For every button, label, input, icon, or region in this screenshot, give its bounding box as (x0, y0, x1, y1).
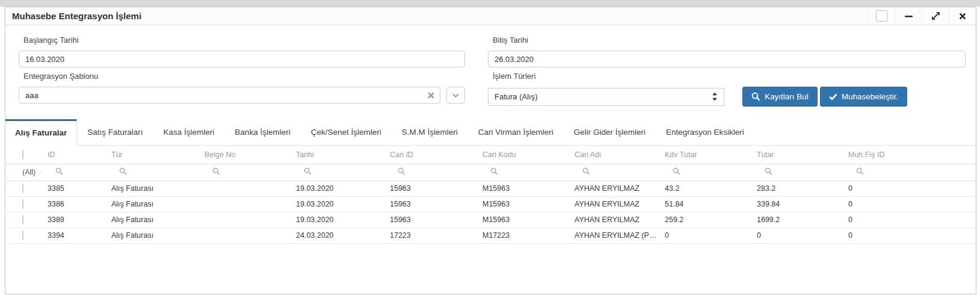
start-date-input[interactable]: 16.03.2020 (19, 51, 465, 67)
checkbox-filter-dropdown[interactable]: (All) (21, 168, 40, 176)
table-row[interactable]: 3385 Alış Faturası 19.03.2020 15963 M159… (5, 181, 976, 196)
column-header-id[interactable]: ID (43, 146, 106, 164)
column-header-cari-kodu[interactable]: Cari Kodu (478, 146, 570, 164)
cell-tutar: 0 (752, 228, 843, 243)
cell-tarihi: 19.03.2020 (291, 181, 385, 196)
column-header-cari-adi[interactable]: Cari Adı (570, 146, 660, 164)
end-date-label: Bitiş Tarihi (488, 31, 975, 51)
tab-banka-islemleri[interactable]: Banka İşlemleri (224, 119, 300, 145)
page-background-band (0, 0, 980, 7)
filter-search-icon-kdv-tutar[interactable] (673, 167, 680, 175)
types-select[interactable]: Fatura (Alış) (488, 88, 724, 106)
close-button[interactable] (949, 7, 976, 25)
template-input[interactable]: aaa (19, 87, 440, 104)
invoice-grid: ID Tür Belge No Tarihi Cari ID Cari Kodu… (5, 146, 976, 244)
window-title: Muhasebe Entegrasyon İşlemi (5, 11, 141, 21)
minimize-button[interactable] (895, 7, 922, 25)
chevron-down-icon (452, 93, 459, 98)
grid-filter-row: (All) (5, 164, 976, 181)
post-to-accounting-label: Muhasebeleştir. (842, 92, 899, 101)
column-header-kdv-tutar[interactable]: Kdv Tutar (660, 146, 752, 164)
close-icon (959, 13, 966, 20)
cell-tarihi: 24.03.2020 (291, 228, 385, 243)
filter-search-icon-tur[interactable] (119, 167, 127, 175)
cell-kdv-tutar: 43.2 (660, 181, 752, 196)
cell-belge-no (200, 228, 291, 243)
post-to-accounting-button[interactable]: Muhasebeleştir. (820, 87, 908, 107)
tab-kasa-islemleri[interactable]: Kasa İşlemleri (153, 119, 225, 145)
cell-cari-kodu: M15963 (478, 181, 570, 196)
cell-belge-no (200, 181, 291, 196)
end-date-input[interactable]: 26.03.2020 (488, 51, 966, 67)
filter-search-icon-belge-no[interactable] (212, 167, 220, 175)
cell-muh-fis-id: 0 (843, 228, 976, 243)
cell-cari-adi: AYHAN ERYILMAZ (570, 212, 660, 228)
tab-alis-faturalar[interactable]: Alış Faturalar (5, 119, 77, 146)
tab-smm-islemleri[interactable]: S.M.M İşlemleri (392, 119, 468, 145)
template-value: aaa (25, 91, 39, 100)
cell-muh-fis-id: 0 (843, 196, 976, 212)
column-header-tutar[interactable]: Tutar (752, 146, 843, 164)
cell-id: 3385 (43, 181, 106, 196)
caret-down-icon (42, 171, 43, 174)
row-checkbox[interactable] (22, 231, 23, 240)
template-dropdown-button[interactable] (446, 87, 465, 104)
select-all-checkbox[interactable] (22, 150, 23, 160)
filter-form: Başlangıç Tarihi 16.03.2020 Entegrasyon … (5, 25, 976, 107)
table-row[interactable]: 3386 Alış Faturası 19.03.2020 15963 M159… (5, 196, 976, 212)
column-header-muh-fis-id[interactable]: Muh.Fiş ID (843, 146, 976, 164)
tab-satis-faturalari[interactable]: Satış Faturaları (77, 119, 153, 145)
filter-search-icon-muh-fis-id[interactable] (856, 167, 864, 175)
tab-cek-senet-islemleri[interactable]: Çek/Senet İşlemleri (301, 119, 392, 145)
column-header-cari-id[interactable]: Cari ID (385, 146, 478, 164)
find-records-button[interactable]: Kayıtları Bul (742, 87, 818, 107)
row-checkbox[interactable] (22, 199, 23, 209)
cell-tarihi: 19.03.2020 (291, 212, 385, 228)
start-date-label: Başlangıç Tarihi (19, 31, 465, 51)
cell-tutar: 283.2 (752, 181, 843, 196)
cell-cari-id: 15963 (385, 212, 478, 228)
cell-belge-no (200, 196, 291, 212)
cell-cari-id: 17223 (385, 228, 478, 243)
cell-cari-kodu: M15963 (478, 196, 570, 212)
clear-icon[interactable] (428, 92, 434, 99)
cell-cari-adi: AYHAN ERYILMAZ (570, 196, 660, 212)
end-date-value: 26.03.2020 (495, 55, 534, 64)
cell-muh-fis-id: 0 (843, 212, 976, 228)
cell-cari-kodu: M17223 (478, 228, 570, 243)
cell-id: 3386 (43, 196, 106, 212)
row-checkbox[interactable] (22, 184, 23, 193)
minimize-icon (905, 14, 913, 17)
maximize-button[interactable] (922, 7, 949, 25)
table-row[interactable]: 3389 Alış Faturası 19.03.2020 15963 M159… (5, 212, 976, 228)
filter-search-icon-tutar[interactable] (765, 167, 772, 175)
filter-search-icon-cari-kodu[interactable] (490, 167, 498, 175)
column-header-tur[interactable]: Tür (106, 146, 200, 164)
cell-tur: Alış Faturası (106, 181, 200, 196)
filter-search-icon-id[interactable] (55, 167, 63, 175)
cell-kdv-tutar: 51.84 (660, 196, 752, 212)
cell-id: 3389 (43, 212, 106, 228)
filter-search-icon-tarihi[interactable] (304, 167, 312, 175)
tab-gelir-gider-islemleri[interactable]: Gelir Gider İşlemleri (564, 119, 656, 145)
cell-kdv-tutar: 0 (660, 228, 752, 243)
types-label: İşlem Türleri (488, 67, 975, 87)
tab-cari-virman-islemleri[interactable]: Cari Virman İşlemleri (468, 119, 564, 145)
search-icon (751, 92, 760, 101)
filter-search-icon-cari-id[interactable] (398, 167, 405, 175)
window-controls (868, 7, 976, 25)
cell-cari-id: 15963 (385, 181, 478, 196)
column-header-belge-no[interactable]: Belge No (200, 146, 291, 164)
cell-tutar: 1699.2 (752, 212, 843, 228)
tab-entegrasyon-eksikleri[interactable]: Entegrasyon Eksikleri (656, 119, 754, 145)
pin-toggle-button[interactable] (868, 7, 895, 25)
filter-search-icon-cari-adi[interactable] (582, 167, 590, 175)
cell-cari-id: 15963 (385, 196, 478, 212)
dialog-window: Muhasebe Entegrasyon İşlemi (5, 7, 976, 294)
row-checkbox[interactable] (22, 215, 23, 225)
start-date-value: 16.03.2020 (25, 55, 64, 64)
column-header-tarihi[interactable]: Tarihi (291, 146, 385, 164)
check-icon (829, 93, 837, 101)
table-row[interactable]: 3394 Alış Faturası 24.03.2020 17223 M172… (5, 228, 976, 243)
tab-strip: Alış Faturalar Satış Faturaları Kasa İşl… (5, 119, 976, 146)
